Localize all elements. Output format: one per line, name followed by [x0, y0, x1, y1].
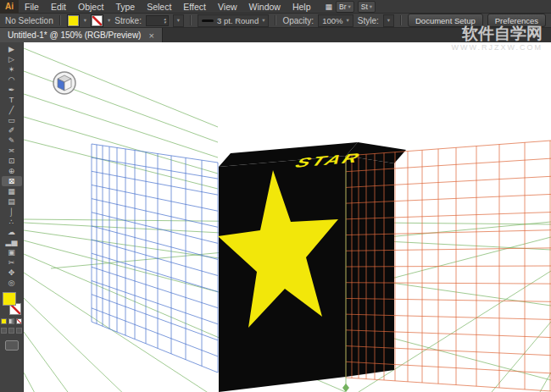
document-setup-button[interactable]: Document Setup [408, 14, 483, 27]
artwork-black-box[interactable] [218, 142, 406, 392]
line-segment-icon: ╱ [9, 105, 14, 115]
illustrator-window: Ai FileEditObjectTypeSelectEffectViewWin… [0, 0, 551, 392]
chevron-down-icon: ▾ [346, 17, 348, 24]
bridge-label: Br [339, 3, 347, 11]
free-transform-tool[interactable]: ⊡ [2, 156, 22, 166]
width-tool[interactable]: ≍ [2, 146, 22, 156]
eyedropper-icon: ⌡ [9, 207, 14, 217]
hand-tool[interactable]: ✥ [2, 268, 22, 278]
tools-panel: ▶▷✶◠✒T╱▭✐✎≍⊡⊕⊠▦▤⌡∴☁▂▅▣✂✥◎ [0, 42, 24, 392]
document-tab[interactable]: Untitled-1* @ 150% (RGB/Preview) × [0, 28, 163, 42]
menu-file[interactable]: File [19, 0, 45, 14]
zoom-tool[interactable]: ◎ [2, 278, 22, 288]
bridge-button[interactable]: Br ▾ [336, 1, 354, 13]
menu-type[interactable]: Type [109, 0, 141, 14]
stroke-weight-input[interactable]: ▴▾ [146, 15, 169, 26]
plane-switching-widget[interactable] [53, 72, 75, 94]
document-tab-title: Untitled-1* @ 150% (RGB/Preview) [8, 30, 141, 40]
selection-status: No Selection [5, 16, 53, 25]
draw-inside-button[interactable] [16, 328, 22, 334]
artboard-view[interactable]: STAR [24, 42, 551, 392]
slice-tool[interactable]: ✂ [2, 257, 22, 268]
style-dropdown[interactable]: ▾ [383, 14, 394, 27]
rectangle-tool[interactable]: ▭ [2, 115, 22, 125]
shape-builder-tool[interactable]: ⊕ [2, 166, 22, 176]
canvas[interactable]: STAR [24, 42, 551, 392]
ground-grid-upper-left [24, 48, 218, 189]
perspective-grid-tool[interactable]: ⊠ [2, 176, 22, 186]
artboard-tool[interactable]: ▣ [2, 247, 22, 257]
illustrator-logo[interactable]: Ai [0, 0, 19, 14]
close-icon[interactable]: × [148, 31, 153, 40]
type-tool[interactable]: T [2, 95, 22, 105]
zoom-icon: ◎ [8, 278, 15, 288]
stroke-label: Stroke: [114, 16, 142, 25]
chevron-down-icon: ▾ [370, 3, 372, 10]
gradient-button[interactable] [8, 318, 14, 324]
column-graph-tool[interactable]: ▂▅ [2, 237, 22, 247]
magic-wand-tool[interactable]: ✶ [2, 64, 22, 75]
pen-icon: ✒ [8, 85, 15, 95]
magic-wand-icon: ✶ [8, 64, 15, 75]
direct-selection-tool[interactable]: ▷ [2, 54, 22, 64]
pen-tool[interactable]: ✒ [2, 85, 22, 95]
draw-normal-button[interactable] [1, 328, 7, 334]
line-segment-tool[interactable]: ╱ [2, 105, 22, 115]
opacity-label: Opacity: [282, 16, 314, 25]
chevron-down-icon: ▾ [262, 17, 264, 24]
paintbrush-icon: ✐ [8, 125, 15, 135]
menu-object[interactable]: Object [72, 0, 109, 14]
eyedropper-tool[interactable]: ⌡ [2, 207, 22, 217]
artboard-icon: ▣ [8, 247, 15, 257]
opacity-dropdown[interactable]: 100% ▾ [318, 14, 353, 27]
perspective-grid-icon: ⊠ [8, 176, 15, 186]
none-button[interactable] [16, 318, 22, 324]
slice-icon: ✂ [8, 257, 15, 268]
separator [190, 15, 192, 25]
gradient-tool[interactable]: ▤ [2, 196, 22, 207]
pencil-icon: ✎ [8, 135, 15, 146]
screen-mode-button[interactable] [5, 340, 19, 351]
left-perspective-plane-grid [92, 144, 218, 373]
lasso-tool[interactable]: ◠ [2, 75, 22, 85]
pencil-tool[interactable]: ✎ [2, 135, 22, 146]
chevron-down-icon[interactable]: ▾ [108, 17, 110, 24]
column-graph-icon: ▂▅ [6, 237, 18, 247]
blend-icon: ∴ [9, 217, 14, 227]
stroke-color-swatch[interactable] [91, 14, 103, 27]
draw-behind-button[interactable] [8, 328, 14, 334]
fill-color-swatch[interactable] [67, 14, 80, 27]
stock-button[interactable]: St ▾ [358, 1, 376, 13]
hand-icon: ✥ [8, 268, 15, 278]
draw-mode-row [1, 328, 22, 334]
style-label: Style: [358, 16, 379, 25]
shape-builder-icon: ⊕ [8, 166, 15, 176]
width-icon: ≍ [8, 146, 15, 156]
preferences-button[interactable]: Preferences [487, 14, 546, 27]
symbol-sprayer-tool[interactable]: ☁ [2, 227, 22, 237]
menu-window[interactable]: Window [243, 0, 287, 14]
paintbrush-tool[interactable]: ✐ [2, 125, 22, 135]
mesh-tool[interactable]: ▦ [2, 186, 22, 196]
menu-help[interactable]: Help [287, 0, 317, 14]
chevron-down-icon[interactable]: ▾ [84, 17, 86, 24]
menu-effect[interactable]: Effect [177, 0, 212, 14]
fill-swatch[interactable] [3, 292, 16, 306]
blend-tool[interactable]: ∴ [2, 217, 22, 227]
separator [59, 15, 61, 25]
app-bar-extras: ▦ Br ▾ St ▾ [326, 1, 376, 13]
selection-tool[interactable]: ▶ [2, 44, 22, 54]
menu-view[interactable]: View [212, 0, 243, 14]
separator [275, 15, 276, 25]
lasso-icon: ◠ [8, 75, 15, 85]
direct-selection-icon: ▷ [8, 54, 14, 64]
document-tab-bar: Untitled-1* @ 150% (RGB/Preview) × [0, 28, 551, 42]
brush-definition-dropdown[interactable]: 3 pt. Round ▾ [198, 14, 269, 27]
stroke-profile-dropdown[interactable]: ▾ [173, 14, 184, 27]
menu-select[interactable]: Select [141, 0, 177, 14]
spinner-arrows-icon[interactable]: ▴▾ [164, 17, 166, 24]
opacity-value: 100% [322, 16, 342, 25]
menu-edit[interactable]: Edit [45, 0, 72, 14]
arrange-documents-icon[interactable]: ▦ [326, 3, 333, 11]
color-button[interactable] [1, 318, 7, 324]
